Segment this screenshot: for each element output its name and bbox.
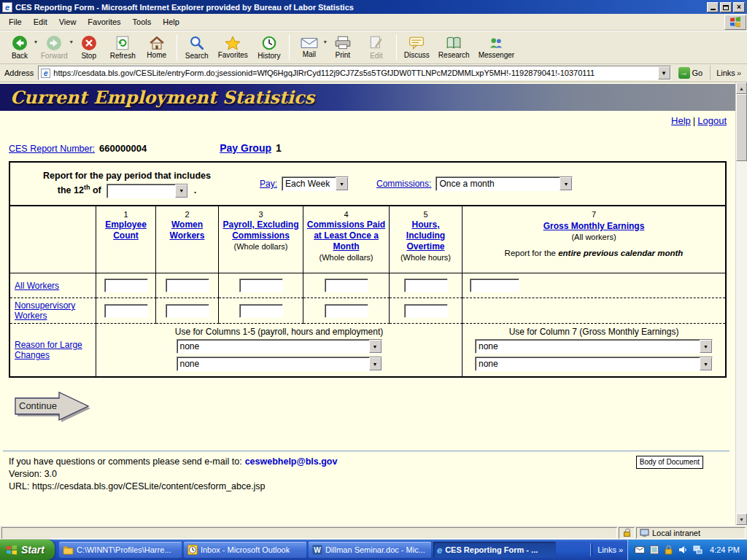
employee-count-link[interactable]: Employee Count: [98, 219, 153, 241]
favorites-button[interactable]: Favorites: [214, 32, 252, 63]
home-button[interactable]: Home: [140, 32, 174, 63]
logout-link[interactable]: Logout: [697, 115, 727, 126]
minimize-button[interactable]: [707, 2, 719, 12]
hours-link[interactable]: Hours, Including Overtime: [392, 219, 460, 252]
menu-view[interactable]: View: [53, 15, 82, 28]
scroll-up-button[interactable]: ▲: [736, 82, 747, 94]
nonsupervisory-workers-link[interactable]: Nonsupervisory Workers: [15, 300, 93, 321]
discuss-button[interactable]: Discuss: [400, 32, 434, 63]
reason-col7-select-2[interactable]: none ▼: [475, 357, 713, 371]
all-workers-hours-input[interactable]: [404, 279, 448, 292]
col-header-hours: 5 Hours, Including Overtime (Whole hours…: [390, 206, 462, 273]
menu-edit[interactable]: Edit: [28, 15, 53, 28]
help-link[interactable]: Help: [671, 115, 691, 126]
search-button[interactable]: Search: [180, 32, 214, 63]
window-title: CES Reporting Form - Microsoft Internet …: [15, 3, 707, 12]
stop-icon: [81, 35, 97, 51]
go-button[interactable]: → Go: [674, 66, 708, 81]
address-dropdown-icon[interactable]: ▼: [658, 66, 670, 79]
all-workers-women-workers-input[interactable]: [166, 279, 209, 292]
forward-button[interactable]: Forward ▾: [36, 32, 72, 63]
windows-flag-icon: [6, 545, 18, 555]
address-input[interactable]: e https://cesdata.bls.gov/CESLite/entryF…: [38, 66, 670, 80]
all-workers-payroll-input[interactable]: [239, 279, 283, 292]
menu-favorites[interactable]: Favorites: [82, 15, 126, 28]
gross-earnings-link[interactable]: Gross Monthly Earnings: [543, 221, 645, 232]
all-workers-link[interactable]: All Workers: [15, 281, 59, 291]
start-label: Start: [21, 544, 44, 556]
task-outlook-window[interactable]: Inbox - Microsoft Outlook: [184, 542, 306, 558]
month-select[interactable]: ▼: [107, 184, 188, 198]
vertical-scrollbar[interactable]: ▲ ▼: [735, 82, 747, 525]
system-tray: 4:24 PM: [627, 540, 747, 560]
scrollbar-track[interactable]: [736, 94, 747, 513]
menu-bar: File Edit View Favorites Tools Help: [0, 14, 747, 31]
mail-button[interactable]: Mail ▾: [293, 32, 326, 63]
taskbar-links-toolbar[interactable]: Links »: [586, 543, 627, 556]
reason-large-changes-link[interactable]: Reason for Large Changes: [15, 340, 93, 360]
start-button[interactable]: Start: [0, 540, 55, 560]
women-workers-link[interactable]: Women Workers: [158, 219, 216, 241]
tray-network-icon[interactable]: [692, 545, 703, 556]
commissions-select[interactable]: Once a month ▼: [436, 176, 573, 191]
all-workers-gross-earnings-input[interactable]: [470, 279, 519, 292]
commissions-link[interactable]: Commissions:: [376, 179, 431, 189]
nonsup-payroll-input[interactable]: [239, 304, 283, 318]
dropdown-arrow-icon: ▼: [700, 357, 712, 370]
chevron-icon: »: [737, 69, 741, 77]
messenger-button[interactable]: Messenger: [474, 32, 519, 63]
reason-1-5-select-1[interactable]: none ▼: [177, 339, 382, 354]
edit-button[interactable]: Edit: [360, 32, 393, 63]
menu-tools[interactable]: Tools: [127, 15, 158, 28]
go-arrow-icon: →: [678, 67, 690, 79]
reason-1-5-select-2[interactable]: none ▼: [177, 357, 382, 371]
nonsup-hours-input[interactable]: [404, 304, 448, 318]
continue-button[interactable]: Continue: [12, 389, 96, 426]
zone-label: Local intranet: [652, 529, 700, 537]
tray-security-icon[interactable]: [663, 545, 674, 556]
history-button[interactable]: History: [252, 32, 286, 63]
all-workers-commissions-input[interactable]: [325, 279, 368, 292]
maximize-button[interactable]: [720, 2, 732, 12]
nonsup-women-workers-input[interactable]: [166, 304, 209, 318]
close-button[interactable]: ×: [733, 2, 745, 12]
status-message-panel: [1, 527, 617, 539]
links-toolbar[interactable]: Links »: [710, 66, 744, 80]
scrollbar-thumb[interactable]: [736, 94, 747, 161]
task-word-window[interactable]: W Dillman Seminar.doc - Mic...: [309, 542, 431, 558]
pay-link[interactable]: Pay:: [260, 179, 277, 189]
menu-file[interactable]: File: [3, 15, 28, 28]
all-workers-employee-count-input[interactable]: [104, 279, 148, 292]
tray-mail-icon[interactable]: [634, 545, 645, 556]
banner-title: Current Employment Statistics: [0, 87, 314, 108]
title-bar: e CES Reporting Form - Microsoft Interne…: [0, 0, 747, 14]
url-text: URL: https://cesdata.bls.gov/CESLite/con…: [9, 481, 727, 493]
reason-col7-select-1[interactable]: none ▼: [475, 339, 713, 354]
pay-group-link[interactable]: Pay Group: [220, 142, 271, 154]
payroll-link[interactable]: Payroll, Excluding Commissions: [221, 219, 301, 241]
tray-app-icon[interactable]: [649, 545, 659, 556]
print-icon: [334, 36, 352, 50]
research-button[interactable]: Research: [434, 32, 474, 63]
nonsup-commissions-input[interactable]: [325, 304, 368, 318]
pay-select[interactable]: Each Week ▼: [282, 176, 349, 191]
commissions-paid-link[interactable]: Commissions Paid at Least Once a Month: [306, 219, 387, 252]
tray-volume-icon[interactable]: [678, 545, 689, 556]
address-bar: Address e https://cesdata.bls.gov/CESLit…: [0, 64, 747, 82]
back-button[interactable]: Back ▾: [3, 32, 36, 63]
print-button[interactable]: Print: [326, 32, 360, 63]
scroll-down-button[interactable]: ▼: [736, 513, 747, 525]
task-ie-window[interactable]: e CES Reporting Form - ...: [433, 542, 556, 558]
contact-email-link[interactable]: ceswebhelp@bls.gov: [245, 456, 338, 467]
task-explorer-window[interactable]: C:\WINNT\Profiles\Harre...: [59, 542, 182, 558]
word-icon: W: [312, 545, 322, 555]
refresh-button[interactable]: Refresh: [106, 32, 140, 63]
task-buttons: C:\WINNT\Profiles\Harre... Inbox - Micro…: [59, 542, 586, 558]
stop-button[interactable]: Stop: [72, 32, 106, 63]
report-number-link[interactable]: CES Report Number:: [9, 144, 95, 154]
history-clock-icon: [261, 35, 277, 51]
nonsup-employee-count-input[interactable]: [104, 304, 148, 318]
body-of-document-button[interactable]: Body of Document: [636, 456, 703, 469]
toolbar-grip[interactable]: [590, 543, 592, 556]
menu-help[interactable]: Help: [157, 15, 185, 28]
